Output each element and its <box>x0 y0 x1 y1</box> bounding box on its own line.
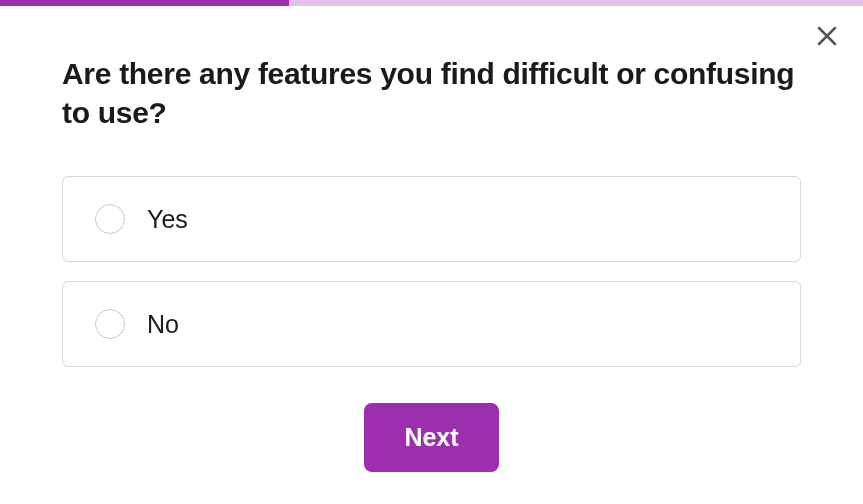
option-yes[interactable]: Yes <box>62 176 801 262</box>
progress-bar-fill <box>0 0 289 6</box>
option-no[interactable]: No <box>62 281 801 367</box>
close-icon <box>815 24 839 48</box>
options-container: Yes No <box>62 176 801 367</box>
option-label: No <box>147 310 179 339</box>
button-container: Next <box>62 403 801 472</box>
radio-icon <box>95 204 125 234</box>
option-label: Yes <box>147 205 188 234</box>
question-title: Are there any features you find difficul… <box>62 54 801 132</box>
close-button[interactable] <box>813 22 841 50</box>
survey-modal: Are there any features you find difficul… <box>0 0 863 504</box>
radio-icon <box>95 309 125 339</box>
next-button[interactable]: Next <box>364 403 498 472</box>
survey-content: Are there any features you find difficul… <box>0 6 863 472</box>
